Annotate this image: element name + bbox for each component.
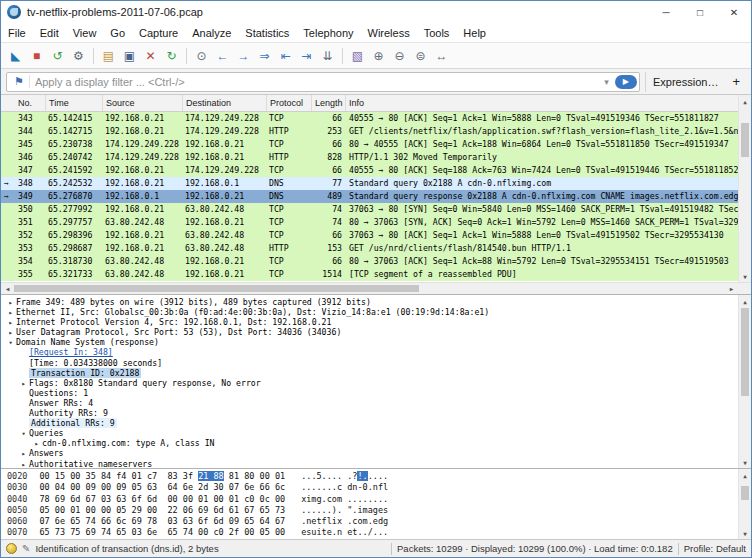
- details-vscrollbar[interactable]: ▲ ▼: [738, 295, 751, 468]
- expander-collapsed-icon[interactable]: ▸: [18, 460, 29, 469]
- scroll-down-icon[interactable]: ▼: [739, 270, 751, 282]
- column-header-time[interactable]: Time: [46, 95, 103, 111]
- menu-item-telephony[interactable]: Telephony: [296, 23, 360, 42]
- scroll-right-icon[interactable]: ▶: [725, 283, 738, 294]
- status-profile[interactable]: Profile: Default: [684, 543, 746, 554]
- packet-row-354[interactable]: 35465.31873063.80.242.48192.168.0.21TCP6…: [1, 255, 751, 268]
- scroll-down-icon[interactable]: ▼: [739, 456, 751, 468]
- go-back-button[interactable]: ←: [212, 45, 233, 66]
- detail-line-ethernet[interactable]: ▸Ethernet II, Src: Globalsc_00:3b:0a (f0…: [1, 307, 751, 317]
- menu-item-tools[interactable]: Tools: [417, 23, 457, 42]
- close-file-button[interactable]: ✕: [140, 45, 161, 66]
- hex-row-0050[interactable]: 005005 00 01 00 00 05 29 00 22 06 69 6d …: [1, 505, 751, 516]
- expander-collapsed-icon[interactable]: ▸: [31, 439, 42, 448]
- detail-line-frame[interactable]: ▸Frame 349: 489 bytes on wire (3912 bits…: [1, 297, 751, 307]
- packet-row-353[interactable]: 35365.298687192.168.0.2163.80.242.48HTTP…: [1, 242, 751, 255]
- filter-history-dropdown-icon[interactable]: ▾: [600, 77, 613, 87]
- packet-list-hscrollbar[interactable]: ◀ ▶: [1, 282, 751, 294]
- capture-options-button[interactable]: ⚙: [68, 45, 89, 66]
- detail-line-ip[interactable]: ▸Internet Protocol Version 4, Src: 192.1…: [1, 317, 751, 327]
- menu-item-wireless[interactable]: Wireless: [361, 23, 417, 42]
- expander-expanded-icon[interactable]: ▾: [5, 338, 16, 347]
- detail-line-flags[interactable]: ▸Flags: 0x8180 Standard query response, …: [1, 378, 751, 388]
- first-packet-button[interactable]: ⇤: [275, 45, 296, 66]
- detail-line-queries[interactable]: ▾Queries: [1, 428, 751, 438]
- maximize-button[interactable]: □: [683, 1, 717, 23]
- packet-row-344[interactable]: 34465.142715192.168.0.21174.129.249.228H…: [1, 125, 751, 138]
- scroll-up-icon[interactable]: ▲: [739, 295, 751, 307]
- zoom-in-button[interactable]: ⊕: [368, 45, 389, 66]
- zoom-out-button[interactable]: ⊖: [389, 45, 410, 66]
- find-packet-button[interactable]: ⊙: [191, 45, 212, 66]
- hex-row-0070[interactable]: 007065 73 75 69 74 65 03 6e 65 74 00 c0 …: [1, 527, 751, 538]
- packet-row-351[interactable]: 35165.29775763.80.242.48192.168.0.21TCP7…: [1, 216, 751, 229]
- hex-row-0030[interactable]: 003000 04 00 09 00 09 05 63 64 6e 2d 30 …: [1, 482, 751, 493]
- packet-row-343[interactable]: 34365.142415192.168.0.21174.129.249.228T…: [1, 112, 751, 125]
- expander-collapsed-icon[interactable]: ▸: [18, 449, 29, 458]
- last-packet-button[interactable]: ⇥: [296, 45, 317, 66]
- menu-item-edit[interactable]: Edit: [33, 23, 66, 42]
- packet-row-346[interactable]: 34665.240742174.129.249.228192.168.0.21H…: [1, 151, 751, 164]
- packet-row-345[interactable]: 34565.230738174.129.249.228192.168.0.21T…: [1, 138, 751, 151]
- packet-row-349[interactable]: 349→65.276870192.168.0.1192.168.0.21DNS4…: [1, 190, 751, 203]
- expander-collapsed-icon[interactable]: ▸: [5, 298, 16, 307]
- detail-line-time[interactable]: [Time: 0.034338000 seconds]: [1, 358, 751, 368]
- column-header-destination[interactable]: Destination: [183, 95, 267, 111]
- bytes-vscrollbar[interactable]: ▲ ▼: [738, 469, 751, 539]
- detail-line-authority-rrs[interactable]: Authority RRs: 9: [1, 408, 751, 418]
- packet-row-347[interactable]: 34765.241592192.168.0.21174.129.249.228T…: [1, 164, 751, 177]
- scrollbar-thumb[interactable]: [14, 285, 419, 292]
- start-capture-button[interactable]: ◣: [5, 45, 26, 66]
- expert-info-icon[interactable]: [6, 543, 17, 554]
- expander-collapsed-icon[interactable]: ▸: [5, 318, 16, 327]
- resize-columns-button[interactable]: ↔: [431, 45, 452, 66]
- expander-expanded-icon[interactable]: ▾: [18, 429, 29, 438]
- scrollbar-track[interactable]: [14, 283, 725, 294]
- packet-row-348[interactable]: 348→65.242532192.168.0.21192.168.0.1DNS7…: [1, 177, 751, 190]
- restart-capture-button[interactable]: ↺: [47, 45, 68, 66]
- capture-comment-icon[interactable]: ✎: [22, 543, 30, 554]
- menu-item-view[interactable]: View: [66, 23, 104, 42]
- stop-capture-button[interactable]: ■: [26, 45, 47, 66]
- column-header-source[interactable]: Source: [103, 95, 183, 111]
- scroll-up-icon[interactable]: ▲: [739, 95, 751, 107]
- menu-item-analyze[interactable]: Analyze: [185, 23, 238, 42]
- go-to-packet-button[interactable]: ⇒: [254, 45, 275, 66]
- column-header-info[interactable]: Info: [346, 95, 751, 111]
- detail-line-answer-rrs[interactable]: Answer RRs: 4: [1, 398, 751, 408]
- packet-list-vscrollbar[interactable]: ▲ ▼: [738, 95, 751, 282]
- scrollbar-thumb[interactable]: [741, 486, 749, 500]
- zoom-reset-button[interactable]: ⊜: [410, 45, 431, 66]
- menu-item-go[interactable]: Go: [103, 23, 132, 42]
- column-header-length[interactable]: Length: [312, 95, 346, 111]
- colorize-button[interactable]: ▧: [347, 45, 368, 66]
- scroll-left-icon[interactable]: ◀: [1, 283, 14, 294]
- hex-row-0060[interactable]: 006007 6e 65 74 66 6c 69 78 03 63 6f 6d …: [1, 516, 751, 527]
- add-filter-button[interactable]: +: [730, 74, 746, 89]
- filter-bookmark-icon[interactable]: ⚑: [9, 75, 30, 88]
- menu-item-capture[interactable]: Capture: [132, 23, 185, 42]
- detail-line-udp[interactable]: ▸User Datagram Protocol, Src Port: 53 (5…: [1, 327, 751, 337]
- scroll-down-icon[interactable]: ▼: [739, 527, 751, 539]
- reload-file-button[interactable]: ↻: [161, 45, 182, 66]
- go-forward-button[interactable]: →: [233, 45, 254, 66]
- detail-line-query-cdn-0[interactable]: ▸cdn-0.nflximg.com: type A, class IN: [1, 438, 751, 448]
- filter-apply-button[interactable]: ▶: [615, 75, 637, 89]
- save-file-button[interactable]: ▣: [119, 45, 140, 66]
- expander-collapsed-icon[interactable]: ▸: [18, 379, 29, 388]
- menu-item-file[interactable]: File: [1, 23, 33, 42]
- detail-line-request-in[interactable]: [Request In: 348]: [1, 347, 751, 357]
- hex-row-0020[interactable]: 002000 15 00 35 84 f4 01 c7 83 3f 21 88 …: [1, 471, 751, 482]
- detail-line-authoritative-nameservers[interactable]: ▸Authoritative nameservers: [1, 459, 751, 469]
- packet-row-352[interactable]: 35265.298396192.168.0.2163.80.242.48TCP6…: [1, 229, 751, 242]
- column-header-no[interactable]: No.: [1, 95, 46, 111]
- open-file-button[interactable]: ▤: [98, 45, 119, 66]
- detail-line-additional-rrs[interactable]: Additional RRs: 9: [1, 418, 751, 428]
- hex-row-0040[interactable]: 004078 69 6d 67 03 63 6f 6d 00 00 01 00 …: [1, 494, 751, 505]
- scrollbar-track[interactable]: [739, 307, 751, 456]
- auto-scroll-button[interactable]: ⇊: [317, 45, 338, 66]
- expander-collapsed-icon[interactable]: ▸: [5, 308, 16, 317]
- expression-button[interactable]: Expression…: [645, 72, 725, 92]
- minimize-button[interactable]: ─: [649, 1, 683, 23]
- detail-line-transaction-id[interactable]: Transaction ID: 0x2188: [1, 368, 751, 378]
